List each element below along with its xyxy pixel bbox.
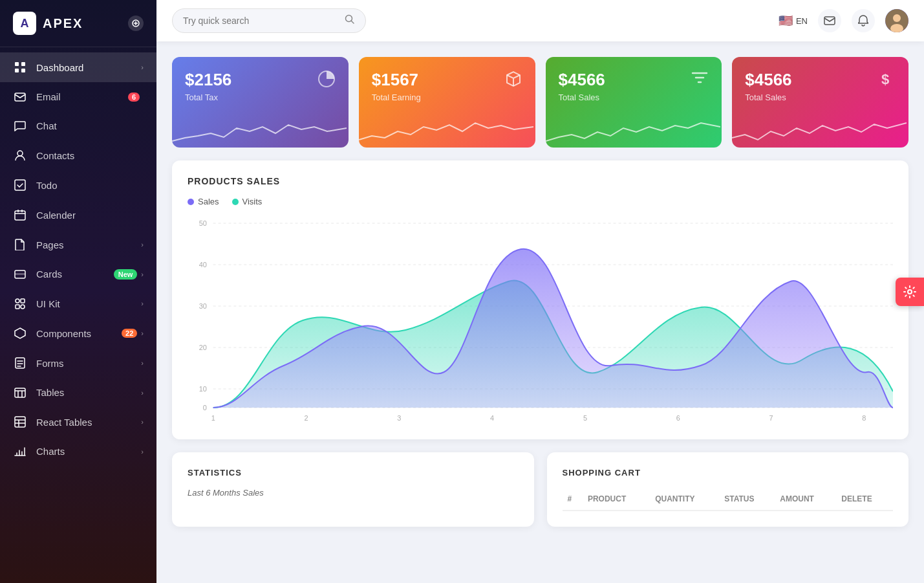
sidebar-item-label: Charts [36,446,141,457]
dashboard-icon [13,61,27,73]
sidebar-item-label: UI Kit [36,298,141,309]
react-tables-icon [13,416,27,428]
stat-label: Total Sales [745,93,791,102]
svg-point-14 [21,305,25,309]
charts-icon [13,446,27,457]
sidebar-item-forms[interactable]: Forms › [0,348,156,378]
search-input[interactable] [183,16,345,26]
svg-text:7: 7 [769,414,773,422]
sidebar-item-label: Email [36,91,128,102]
stat-card-total-earning: $1567 Total Earning [359,57,535,148]
legend-sales: Sales [188,197,219,206]
sidebar-item-label: Forms [36,358,141,369]
sidebar-item-chat[interactable]: Chat [0,111,156,140]
sidebar-item-label: Dashboard [36,62,141,73]
svg-text:30: 30 [199,302,207,310]
email-icon [13,93,27,102]
sidebar-item-label: Chat [36,120,144,131]
products-sales-chart: PRODUCTS SALES Sales Visits [172,160,908,439]
svg-text:0: 0 [203,404,207,412]
settings-fab[interactable] [896,278,924,306]
stat-card-total-sales-2: $4566 Total Sales $ [732,57,908,148]
bottom-section: STATISTICS Last 6 Months Sales SHOPPING … [172,452,908,527]
chevron-right-icon: › [141,270,144,278]
sidebar-logo: A APEX [0,0,156,47]
statistics-sublabel: Last 6 Months Sales [188,488,519,498]
svg-rect-12 [21,299,25,303]
col-quantity: Quantity [650,488,719,511]
col-delete: Delete [836,488,893,511]
language-selector[interactable]: 🇺🇸 EN [779,14,808,28]
sidebar-item-label: Contacts [36,150,144,161]
svg-text:1: 1 [211,414,215,422]
todo-icon [13,179,27,191]
sidebar-item-label: Tables [36,387,141,398]
svg-text:4: 4 [490,414,494,422]
cart-table: # Product Quantity Status Amount Delete [563,488,894,511]
stat-label: Total Earning [372,93,421,102]
legend-sales-label: Sales [198,197,219,206]
sidebar-item-react-tables[interactable]: React Tables › [0,407,156,437]
svg-rect-8 [15,211,25,220]
svg-text:40: 40 [199,261,207,269]
col-product: Product [583,488,650,511]
user-avatar[interactable] [885,9,908,32]
sidebar-item-tables[interactable]: Tables › [0,378,156,407]
dollar-icon: $ [877,70,896,92]
chart-title: PRODUCTS SALES [188,176,893,186]
chevron-right-icon: › [141,359,144,367]
svg-rect-19 [824,17,835,25]
svg-point-45 [908,290,912,294]
sidebar-item-dashboard[interactable]: Dashboard › [0,52,156,82]
svg-rect-5 [15,93,25,101]
notifications-button[interactable] [852,9,875,32]
chart-legend: Sales Visits [188,197,893,206]
statistics-card: STATISTICS Last 6 Months Sales [172,452,534,527]
pie-chart-icon [317,70,336,92]
chevron-right-icon: › [141,300,144,307]
shopping-cart-card: SHOPPING CART # Product Quantity Status … [547,452,909,527]
sidebar-item-contacts[interactable]: Contacts [0,140,156,170]
stat-value: $1567 [372,70,421,90]
chevron-right-icon: › [141,448,144,456]
search-bar[interactable] [172,8,366,33]
sidebar-item-calender[interactable]: Calender [0,200,156,230]
svg-text:6: 6 [676,414,680,422]
sidebar-item-label: Cards [36,269,114,280]
svg-text:3: 3 [397,414,401,422]
contacts-icon [13,149,27,161]
svg-rect-2 [21,62,25,66]
col-hash: # [563,488,583,511]
sidebar-item-pages[interactable]: Pages › [0,230,156,259]
sidebar-item-components[interactable]: Components 22 › [0,318,156,348]
svg-text:5: 5 [583,414,587,422]
svg-rect-10 [15,273,25,275]
stat-value: $2156 [185,70,231,90]
svg-rect-13 [16,305,19,309]
legend-visits: Visits [232,197,263,206]
sidebar-item-label: Pages [36,239,141,250]
sidebar-item-ui-kit[interactable]: UI Kit › [0,289,156,318]
ui-kit-icon [13,298,27,309]
sidebar-item-email[interactable]: Email 6 [0,82,156,111]
box-icon [504,70,522,92]
stat-card-total-tax: $2156 Total Tax [172,57,349,148]
chevron-right-icon: › [141,389,144,397]
chevron-right-icon: › [141,418,144,426]
sidebar-toggle[interactable] [128,16,144,31]
header: 🇺🇸 EN [156,0,924,41]
forms-icon [13,357,27,369]
main-area: 🇺🇸 EN $2156 Total Tax [156,0,924,583]
mail-button[interactable] [818,9,841,32]
tables-icon [13,388,27,398]
pages-icon [13,239,27,250]
stat-value: $4566 [559,70,605,90]
sidebar-item-todo[interactable]: Todo [0,170,156,200]
stat-label: Total Sales [559,93,605,102]
sidebar-item-cards[interactable]: Cards New › [0,259,156,289]
sidebar-item-charts[interactable]: Charts › [0,437,156,466]
svg-text:2: 2 [304,414,308,422]
sidebar-item-label: React Tables [36,417,141,428]
search-icon[interactable] [345,14,355,27]
svg-text:8: 8 [862,414,866,422]
